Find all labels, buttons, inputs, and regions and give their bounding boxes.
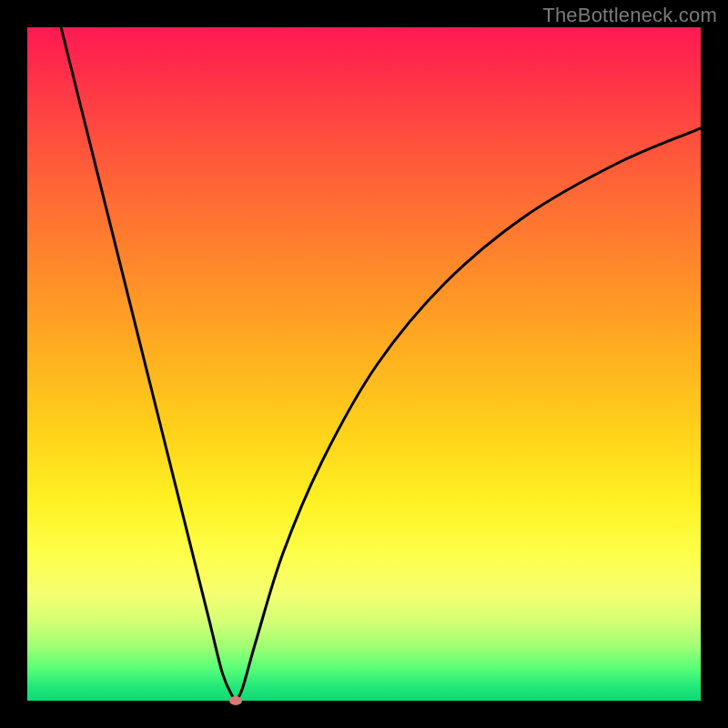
plot-area (27, 27, 701, 701)
minimum-marker (229, 696, 242, 705)
curve-svg (27, 27, 701, 701)
bottleneck-curve (61, 27, 701, 701)
watermark-text: TheBottleneck.com (542, 4, 717, 27)
chart-frame: TheBottleneck.com (0, 0, 728, 728)
